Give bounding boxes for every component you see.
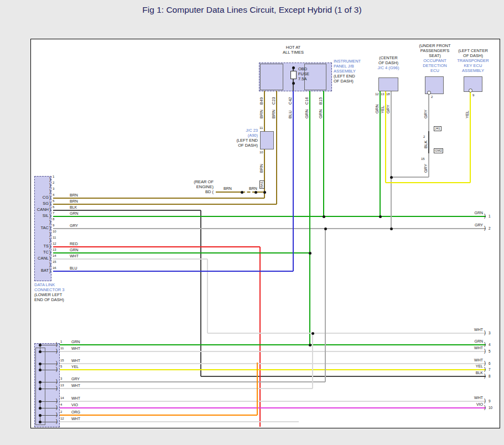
edge-pin-bracket: ): [484, 361, 486, 366]
junction-dot: [292, 82, 295, 85]
dlc3-pin-number: 9: [53, 224, 54, 227]
edge-terminal-number: 2: [489, 226, 491, 230]
junction-dot: [39, 414, 41, 417]
edge-terminal-number: 10: [489, 406, 492, 410]
edge-terminal-number: 1: [489, 214, 491, 218]
wire-label: C16: [305, 97, 309, 105]
wire-label: WHT: [70, 254, 79, 258]
canl-wht: [53, 258, 207, 260]
dlc3-pin-number: 8: [53, 218, 54, 221]
wire-label: 15: [421, 157, 425, 161]
dlc3-pin-bracket: ): [49, 220, 51, 225]
connector-pin-number: 11: [60, 346, 64, 350]
wire-label: 10: [259, 151, 263, 154]
wire-label: SG: [43, 201, 49, 206]
transponder-ecu-label: TRANSPONDER: [457, 59, 489, 63]
occupant-gry-lower: [428, 153, 429, 177]
edge-pin-bracket: ): [484, 374, 486, 379]
jc4-label: OF DASH): [378, 61, 398, 65]
connector-pin-bracket: ): [56, 386, 58, 391]
wire-label: C42: [288, 97, 293, 105]
connector-pin-number: 12: [60, 417, 64, 421]
dlc3-pin-number: 2: [53, 181, 54, 185]
edge-wire-color: WHT: [474, 346, 483, 350]
junction-dot: [309, 252, 311, 255]
dlc3-pin-bracket: ): [49, 226, 51, 231]
wire-label: GRY: [424, 110, 428, 118]
wire-label: BLK: [70, 205, 77, 210]
dlc3-pin-number: 1: [53, 175, 54, 179]
connector-pin-number: 1: [60, 340, 62, 344]
bottom-wht-11: [60, 351, 486, 352]
dlc3-caption: (LOWER LEFT: [34, 293, 62, 297]
edge-wire-color: GRN: [474, 339, 483, 344]
dlc3-pin-number: 16: [53, 266, 56, 270]
wire-label: GRN: [375, 104, 380, 113]
sil-grn: [53, 216, 486, 217]
occupant-blk-middle: [428, 131, 429, 153]
bottom-wht-13: [312, 333, 313, 389]
bottom-yel-5: [60, 369, 486, 370]
canh-blk: [53, 210, 201, 211]
pin-socket: [469, 89, 472, 92]
bat-blu: [53, 271, 293, 272]
dlc3-pin-number: 5: [53, 199, 54, 203]
wire-label: B15: [319, 97, 323, 105]
connector-pin-stubs: [40, 422, 58, 422]
ts-red: [53, 246, 260, 247]
edge-pin-bracket: ): [484, 342, 486, 348]
dlc3-pin-number: 6: [53, 205, 54, 209]
connector-pin-stubs: [40, 415, 58, 416]
wire-label: BAT: [41, 268, 49, 273]
wire-label: TC: [43, 250, 49, 255]
wire-color-label: GRN: [71, 340, 80, 344]
instrument-panel-jb-label: (LEFT END: [334, 74, 355, 79]
wire-label: CANL: [38, 256, 49, 261]
bottom-org-2: [257, 363, 258, 415]
sg-brn: [276, 91, 277, 204]
junction-dot: [292, 66, 295, 69]
connector-pin-bracket: ): [56, 405, 58, 411]
connector-pin-number: 15: [60, 359, 64, 363]
dlc3-pin-bracket: ): [49, 189, 51, 195]
connector-pin-bracket: ): [56, 342, 58, 348]
wire-label: BA1: [259, 180, 264, 189]
edge-pin-bracket: ): [484, 367, 486, 372]
transponder-ecu-label: (LEFT CENTER: [458, 49, 488, 53]
dlc3-pin-bracket: ): [49, 232, 51, 237]
wire-label: CANH: [37, 208, 49, 212]
occupant-ecu-label: PASSENGER'S: [420, 49, 450, 53]
wire-label: BRN: [224, 187, 232, 191]
connector-pin-number: 4: [60, 403, 62, 407]
connector-pin-stubs: [40, 382, 58, 382]
edge-wire-color: YEL: [476, 364, 483, 369]
wire-label: GRN: [319, 109, 323, 118]
edge-terminal-number: 8: [489, 374, 491, 378]
jc23-label: (A90): [248, 133, 258, 138]
jc23-box: [260, 131, 274, 149]
wire-label: GRY: [70, 224, 78, 228]
edge-terminal-number: 4: [489, 343, 491, 346]
jc4-label: J/C 4 (G96): [378, 66, 399, 70]
edge-pin-bracket: ): [484, 226, 486, 231]
connector-pin-stubs: [40, 364, 58, 364]
wire-color-label: WHT: [71, 384, 80, 388]
dlc3-pin-bracket: ): [49, 208, 51, 213]
occupant-ecu-label: OCCUPANT: [423, 59, 446, 63]
junction-dot: [390, 176, 393, 179]
junction-dot: [39, 363, 41, 365]
wire-label: BLU: [70, 266, 77, 271]
wiring-diagram-page: Fig 1: Computer Data Lines Circuit, Exce…: [0, 0, 504, 445]
hot-at-all-times: ALL TIMES: [283, 50, 304, 55]
connector-pin-bracket: ): [56, 399, 58, 404]
edge-wire-color: GRN: [474, 211, 483, 215]
ts-red: [259, 247, 261, 427]
diagram-layer: B49C23C42C16B15BRNBRNBLUGRNGRN121318GRNY…: [0, 0, 504, 445]
occupant-ecu-label: (UNDER FRONT: [419, 44, 450, 48]
junction-dot: [39, 369, 41, 371]
wire-color-label: WHT: [71, 359, 80, 363]
jc23-label: OF DASH): [238, 143, 258, 148]
wire-color-label: YEL: [71, 365, 79, 369]
jc23-label: (LEFT END: [236, 138, 258, 143]
connector-pin-number: 3: [60, 377, 62, 381]
